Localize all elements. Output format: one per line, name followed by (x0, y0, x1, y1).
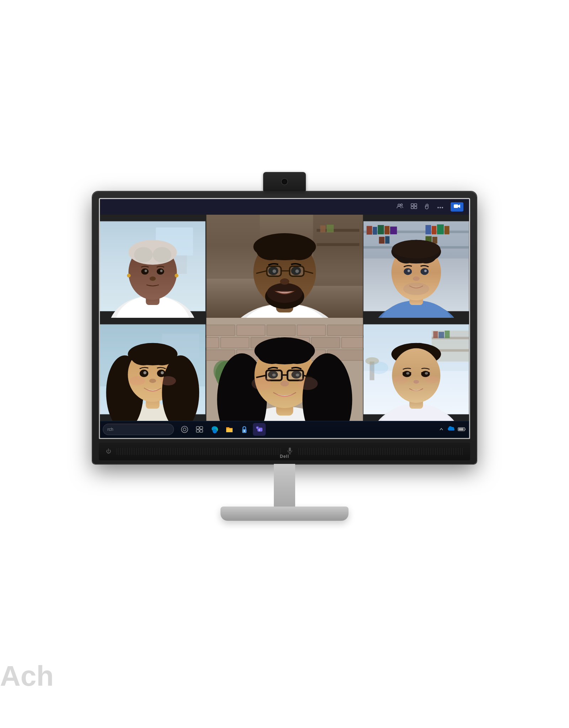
svg-point-39 (256, 240, 284, 260)
svg-rect-63 (390, 226, 397, 234)
svg-point-175 (394, 375, 408, 384)
svg-point-147 (296, 374, 299, 376)
svg-point-40 (284, 240, 313, 260)
more-options-icon[interactable] (437, 204, 443, 210)
svg-point-0 (398, 204, 400, 206)
svg-rect-112 (220, 337, 249, 348)
svg-rect-107 (206, 325, 235, 336)
windows-start-icon[interactable] (178, 423, 191, 436)
svg-point-148 (280, 381, 289, 386)
svg-point-23 (160, 269, 163, 272)
svg-rect-62 (385, 226, 390, 234)
svg-point-177 (181, 426, 188, 433)
power-button[interactable]: ⏻ (106, 449, 111, 454)
svg-rect-110 (297, 325, 325, 336)
svg-rect-60 (373, 227, 377, 235)
svg-rect-9 (454, 204, 458, 208)
svg-point-104 (160, 376, 176, 385)
svg-point-173 (425, 372, 428, 374)
participants-icon[interactable] (397, 203, 404, 210)
svg-point-146 (272, 374, 276, 376)
svg-point-22 (145, 269, 147, 272)
windows-taskbar: rch (100, 421, 469, 438)
svg-rect-4 (411, 207, 414, 209)
svg-rect-61 (378, 225, 384, 234)
svg-point-176 (425, 375, 438, 384)
monitor-frame: rch (92, 192, 477, 464)
video-cell-participant-6 (363, 318, 469, 421)
system-tray (439, 426, 466, 433)
svg-point-18 (134, 247, 153, 262)
svg-rect-190 (459, 428, 464, 430)
svg-rect-33 (326, 225, 334, 232)
svg-rect-64 (426, 225, 431, 234)
teams-app-icon[interactable]: T T (253, 423, 266, 436)
video-cell-participant-2 (206, 215, 364, 318)
video-cell-participant-3 (363, 215, 469, 318)
svg-point-1 (401, 204, 403, 205)
onedrive-icon[interactable] (446, 426, 455, 433)
video-cell-participant-5 (206, 318, 364, 421)
chevron-up-icon[interactable] (439, 427, 443, 432)
bottom-label: Ach (0, 660, 54, 692)
svg-rect-5 (414, 207, 417, 209)
svg-point-85 (403, 283, 429, 295)
video-call-grid (100, 215, 469, 421)
svg-rect-191 (289, 448, 291, 451)
svg-point-7 (440, 207, 441, 208)
svg-point-161 (370, 362, 388, 374)
svg-rect-108 (236, 325, 265, 336)
svg-point-97 (150, 348, 175, 365)
video-camera-icon[interactable] (451, 202, 463, 212)
file-explorer-icon[interactable] (223, 423, 236, 436)
svg-point-53 (295, 269, 299, 273)
svg-point-79 (392, 240, 441, 258)
svg-rect-117 (341, 337, 363, 348)
monitor-stand-neck (274, 464, 295, 507)
monitor-product-display: rch (89, 172, 480, 521)
svg-rect-68 (379, 237, 385, 243)
svg-point-174 (414, 380, 419, 383)
svg-point-103 (129, 376, 145, 385)
hand-raise-icon[interactable] (424, 203, 430, 211)
svg-point-150 (298, 377, 318, 390)
edge-browser-icon[interactable] (208, 423, 221, 436)
video-cell-participant-4 (100, 318, 206, 421)
svg-point-83 (424, 269, 427, 272)
video-cell-participant-1 (100, 215, 206, 318)
svg-rect-157 (439, 332, 445, 338)
teams-topbar (100, 199, 469, 215)
task-view-icon[interactable] (193, 423, 206, 436)
svg-point-54 (280, 278, 289, 285)
svg-rect-158 (445, 330, 450, 338)
svg-point-25 (127, 273, 131, 277)
svg-rect-28 (206, 215, 260, 279)
taskbar-search[interactable]: rch (103, 424, 174, 435)
svg-point-172 (406, 372, 410, 374)
speaker-grill-right (298, 448, 463, 455)
battery-icon[interactable] (458, 427, 466, 432)
svg-rect-67 (445, 226, 450, 234)
svg-text:T: T (257, 427, 258, 429)
svg-point-6 (437, 207, 439, 208)
svg-rect-59 (367, 226, 372, 234)
svg-rect-156 (434, 331, 438, 338)
layout-icon[interactable] (411, 203, 417, 210)
svg-point-136 (282, 344, 312, 364)
svg-rect-109 (267, 325, 295, 336)
svg-rect-32 (320, 225, 325, 232)
svg-point-184 (244, 430, 245, 432)
svg-point-149 (251, 377, 271, 390)
svg-rect-145 (288, 371, 302, 380)
lock-screen-icon[interactable] (238, 423, 251, 436)
svg-rect-2 (411, 204, 414, 206)
svg-point-178 (183, 428, 186, 431)
svg-rect-115 (311, 337, 340, 348)
search-input: rch (107, 427, 113, 432)
svg-point-26 (175, 273, 178, 277)
dell-brand-logo: Dell (280, 454, 289, 459)
svg-text:T: T (259, 429, 260, 432)
monitor-stand-base (220, 507, 349, 521)
svg-point-82 (408, 269, 410, 272)
webcam-module (263, 172, 306, 192)
